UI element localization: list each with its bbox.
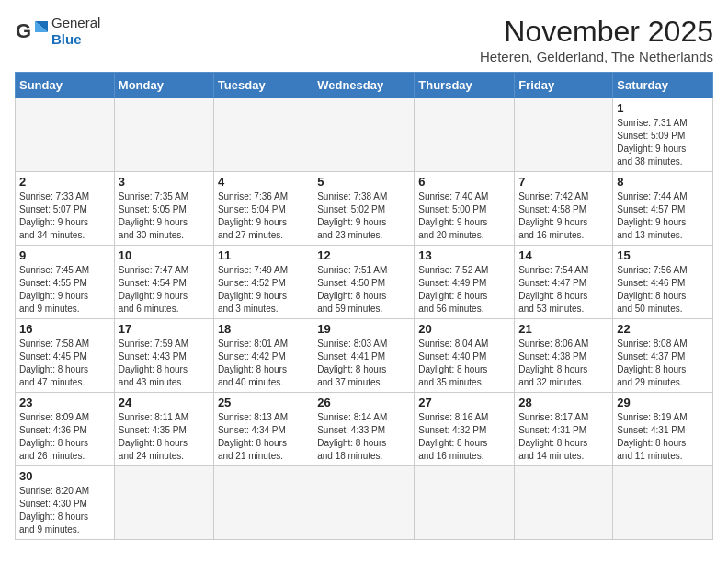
calendar-week-row: 30Sunrise: 8:20 AM Sunset: 4:30 PM Dayli…: [16, 466, 713, 540]
day-number: 6: [418, 175, 510, 189]
title-block: November 2025 Heteren, Gelderland, The N…: [480, 15, 713, 64]
day-number: 25: [218, 396, 309, 409]
calendar-cell: [213, 466, 313, 540]
day-info: Sunrise: 8:06 AM Sunset: 4:38 PM Dayligh…: [518, 338, 609, 389]
day-info: Sunrise: 8:09 AM Sunset: 4:36 PM Dayligh…: [19, 411, 110, 463]
calendar-cell: 19Sunrise: 8:03 AM Sunset: 4:41 PM Dayli…: [313, 319, 415, 393]
day-number: 8: [617, 175, 709, 189]
day-info: Sunrise: 7:38 AM Sunset: 5:02 PM Dayligh…: [317, 190, 410, 242]
col-thursday: Thursday: [415, 73, 515, 98]
day-info: Sunrise: 7:40 AM Sunset: 5:00 PM Dayligh…: [418, 190, 510, 242]
day-number: 2: [19, 175, 110, 189]
day-info: Sunrise: 7:33 AM Sunset: 5:07 PM Dayligh…: [19, 190, 110, 242]
calendar-cell: 15Sunrise: 7:56 AM Sunset: 4:46 PM Dayli…: [613, 246, 713, 319]
col-saturday: Saturday: [613, 73, 713, 98]
calendar-cell: 18Sunrise: 8:01 AM Sunset: 4:42 PM Dayli…: [213, 319, 313, 393]
calendar-cell: 12Sunrise: 7:51 AM Sunset: 4:50 PM Dayli…: [313, 246, 415, 319]
day-number: 24: [119, 396, 210, 409]
day-number: 21: [518, 322, 609, 336]
day-number: 10: [119, 248, 210, 262]
calendar-week-row: 2Sunrise: 7:33 AM Sunset: 5:07 PM Daylig…: [16, 172, 713, 246]
calendar-cell: [114, 98, 213, 172]
calendar-week-row: 16Sunrise: 7:58 AM Sunset: 4:45 PM Dayli…: [16, 319, 713, 393]
calendar-cell: [16, 98, 115, 172]
calendar-cell: 22Sunrise: 8:08 AM Sunset: 4:37 PM Dayli…: [613, 319, 713, 393]
calendar-cell: 9Sunrise: 7:45 AM Sunset: 4:55 PM Daylig…: [16, 246, 115, 319]
calendar-cell: 14Sunrise: 7:54 AM Sunset: 4:47 PM Dayli…: [515, 246, 613, 319]
day-number: 18: [218, 322, 309, 336]
day-number: 27: [418, 396, 510, 409]
day-number: 5: [317, 175, 410, 189]
calendar-cell: [313, 466, 415, 540]
day-info: Sunrise: 8:03 AM Sunset: 4:41 PM Dayligh…: [317, 338, 410, 389]
calendar-cell: 20Sunrise: 8:04 AM Sunset: 4:40 PM Dayli…: [415, 319, 515, 393]
logo-icon: G: [15, 17, 48, 45]
calendar-cell: 1Sunrise: 7:31 AM Sunset: 5:09 PM Daylig…: [613, 98, 713, 172]
col-sunday: Sunday: [16, 73, 115, 98]
calendar-cell: 16Sunrise: 7:58 AM Sunset: 4:45 PM Dayli…: [16, 319, 115, 393]
calendar-cell: 6Sunrise: 7:40 AM Sunset: 5:00 PM Daylig…: [415, 172, 515, 246]
day-info: Sunrise: 7:49 AM Sunset: 4:52 PM Dayligh…: [218, 264, 309, 316]
logo: G General Blue: [15, 15, 100, 48]
calendar-cell: 4Sunrise: 7:36 AM Sunset: 5:04 PM Daylig…: [213, 172, 313, 246]
day-info: Sunrise: 8:08 AM Sunset: 4:37 PM Dayligh…: [617, 338, 709, 389]
logo-text: General Blue: [51, 15, 100, 48]
day-number: 16: [19, 322, 110, 336]
calendar-cell: [415, 98, 515, 172]
day-info: Sunrise: 8:11 AM Sunset: 4:35 PM Dayligh…: [119, 411, 210, 463]
calendar-cell: 8Sunrise: 7:44 AM Sunset: 4:57 PM Daylig…: [613, 172, 713, 246]
day-info: Sunrise: 7:35 AM Sunset: 5:05 PM Dayligh…: [119, 190, 210, 242]
calendar-cell: 10Sunrise: 7:47 AM Sunset: 4:54 PM Dayli…: [114, 246, 213, 319]
svg-text:G: G: [16, 19, 31, 42]
calendar-cell: 28Sunrise: 8:17 AM Sunset: 4:31 PM Dayli…: [515, 393, 613, 466]
calendar-cell: 7Sunrise: 7:42 AM Sunset: 4:58 PM Daylig…: [515, 172, 613, 246]
day-number: 20: [418, 322, 510, 336]
day-number: 4: [218, 175, 309, 189]
day-number: 22: [617, 322, 709, 336]
day-info: Sunrise: 8:17 AM Sunset: 4:31 PM Dayligh…: [518, 411, 609, 463]
calendar-cell: 25Sunrise: 8:13 AM Sunset: 4:34 PM Dayli…: [213, 393, 313, 466]
calendar-cell: 21Sunrise: 8:06 AM Sunset: 4:38 PM Dayli…: [515, 319, 613, 393]
month-title: November 2025: [480, 15, 713, 49]
page-header: G General Blue November 2025 Heteren, Ge…: [15, 15, 713, 64]
calendar-header-row: Sunday Monday Tuesday Wednesday Thursday…: [16, 73, 713, 98]
calendar-cell: 24Sunrise: 8:11 AM Sunset: 4:35 PM Dayli…: [114, 393, 213, 466]
day-info: Sunrise: 7:59 AM Sunset: 4:43 PM Dayligh…: [119, 338, 210, 389]
day-number: 30: [19, 469, 110, 483]
day-info: Sunrise: 7:36 AM Sunset: 5:04 PM Dayligh…: [218, 190, 309, 242]
calendar-cell: 11Sunrise: 7:49 AM Sunset: 4:52 PM Dayli…: [213, 246, 313, 319]
day-info: Sunrise: 7:54 AM Sunset: 4:47 PM Dayligh…: [518, 264, 609, 316]
day-number: 14: [518, 248, 609, 262]
day-info: Sunrise: 7:56 AM Sunset: 4:46 PM Dayligh…: [617, 264, 709, 316]
day-number: 9: [19, 248, 110, 262]
calendar-cell: 23Sunrise: 8:09 AM Sunset: 4:36 PM Dayli…: [16, 393, 115, 466]
calendar-cell: [613, 466, 713, 540]
location: Heteren, Gelderland, The Netherlands: [480, 49, 713, 64]
day-info: Sunrise: 7:58 AM Sunset: 4:45 PM Dayligh…: [19, 338, 110, 389]
day-number: 11: [218, 248, 309, 262]
day-number: 28: [518, 396, 609, 409]
calendar-cell: 13Sunrise: 7:52 AM Sunset: 4:49 PM Dayli…: [415, 246, 515, 319]
calendar-week-row: 23Sunrise: 8:09 AM Sunset: 4:36 PM Dayli…: [16, 393, 713, 466]
calendar-cell: [515, 98, 613, 172]
day-info: Sunrise: 7:31 AM Sunset: 5:09 PM Dayligh…: [617, 117, 709, 168]
calendar-cell: 26Sunrise: 8:14 AM Sunset: 4:33 PM Dayli…: [313, 393, 415, 466]
day-info: Sunrise: 8:14 AM Sunset: 4:33 PM Dayligh…: [317, 411, 410, 463]
calendar-week-row: 1Sunrise: 7:31 AM Sunset: 5:09 PM Daylig…: [16, 98, 713, 172]
calendar-cell: [415, 466, 515, 540]
day-info: Sunrise: 7:45 AM Sunset: 4:55 PM Dayligh…: [19, 264, 110, 316]
col-friday: Friday: [515, 73, 613, 98]
day-number: 7: [518, 175, 609, 189]
day-info: Sunrise: 8:16 AM Sunset: 4:32 PM Dayligh…: [418, 411, 510, 463]
day-info: Sunrise: 8:19 AM Sunset: 4:31 PM Dayligh…: [617, 411, 709, 463]
calendar-table: Sunday Monday Tuesday Wednesday Thursday…: [15, 72, 713, 540]
calendar-cell: [213, 98, 313, 172]
calendar-cell: 2Sunrise: 7:33 AM Sunset: 5:07 PM Daylig…: [16, 172, 115, 246]
col-wednesday: Wednesday: [313, 73, 415, 98]
day-number: 23: [19, 396, 110, 409]
calendar-cell: [114, 466, 213, 540]
day-info: Sunrise: 8:20 AM Sunset: 4:30 PM Dayligh…: [19, 485, 110, 536]
calendar-cell: [313, 98, 415, 172]
day-info: Sunrise: 7:47 AM Sunset: 4:54 PM Dayligh…: [119, 264, 210, 316]
calendar-cell: 29Sunrise: 8:19 AM Sunset: 4:31 PM Dayli…: [613, 393, 713, 466]
